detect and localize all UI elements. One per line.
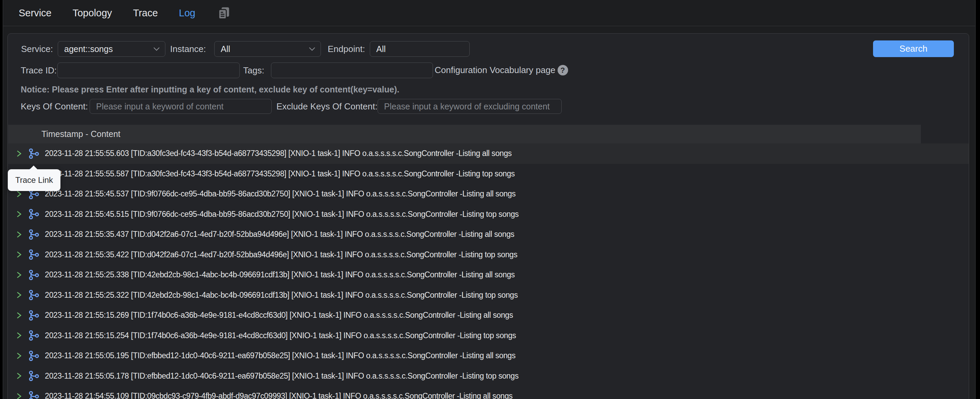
log-row-text: 2023-11-28 21:55:45.537 [TID:9f0766dc-ce… bbox=[45, 189, 515, 198]
help-icon[interactable]: ? bbox=[558, 65, 568, 75]
service-label: Service: bbox=[21, 41, 53, 57]
log-row-text: 2023-11-28 21:55:25.322 [TID:42ebd2cb-98… bbox=[45, 290, 518, 300]
trace-id-label: Trace ID: bbox=[21, 62, 57, 78]
expand-caret-icon[interactable] bbox=[16, 372, 23, 380]
trace-link-icon[interactable] bbox=[29, 269, 40, 281]
trace-link-tooltip: Trace Link bbox=[8, 169, 60, 191]
log-row[interactable]: 2023-11-28 21:55:25.338 [TID:42ebd2cb-98… bbox=[8, 265, 969, 285]
instance-select[interactable]: All bbox=[214, 41, 321, 57]
expand-caret-icon[interactable] bbox=[16, 291, 23, 299]
log-row-text: 2023-11-28 21:55:35.422 [TID:d042f2a6-07… bbox=[45, 250, 517, 259]
expand-caret-icon[interactable] bbox=[16, 352, 23, 359]
app-window: Service Topology Trace Log Service: agen… bbox=[3, 0, 975, 399]
chevron-down-icon bbox=[309, 47, 315, 51]
log-row-text: 2023-11-28 21:55:05.178 [TID:efbbed12-1d… bbox=[45, 372, 519, 381]
nav-tab-log[interactable]: Log bbox=[179, 8, 195, 19]
expand-caret-icon[interactable] bbox=[16, 150, 23, 157]
log-row[interactable]: 2023-11-28 21:54:55.109 [TID:09cbdc93-c9… bbox=[8, 386, 969, 399]
chevron-down-icon bbox=[153, 47, 160, 51]
copy-icon[interactable] bbox=[216, 5, 231, 21]
log-row-text: 2023-11-28 21:55:35.437 [TID:d042f2a6-07… bbox=[45, 230, 514, 239]
expand-caret-icon[interactable] bbox=[16, 332, 23, 339]
expand-caret-icon[interactable] bbox=[16, 271, 23, 279]
trace-link-icon[interactable] bbox=[29, 350, 40, 362]
log-row-text: 2023-11-28 21:55:25.338 [TID:42ebd2cb-98… bbox=[45, 270, 515, 279]
log-row[interactable]: 2023-11-28 21:55:45.537 [TID:9f0766dc-ce… bbox=[8, 184, 969, 204]
log-row-text: 2023-11-28 21:55:55.587 [TID:a30fc3ed-fc… bbox=[45, 169, 515, 179]
endpoint-label: Endpoint: bbox=[328, 41, 365, 57]
log-row[interactable]: 2023-11-28 21:55:15.254 [TID:1f74b0c6-a3… bbox=[8, 326, 969, 346]
log-row[interactable]: 2023-11-28 21:55:35.437 [TID:d042f2a6-07… bbox=[8, 224, 969, 245]
trace-link-icon[interactable] bbox=[29, 208, 40, 220]
trace-link-icon[interactable] bbox=[29, 370, 40, 381]
log-row-text: 2023-11-28 21:55:45.515 [TID:9f0766dc-ce… bbox=[45, 210, 519, 219]
trace-link-icon[interactable] bbox=[29, 148, 40, 160]
log-row[interactable]: 2023-11-28 21:55:25.322 [TID:42ebd2cb-98… bbox=[8, 285, 969, 306]
trace-link-icon[interactable] bbox=[29, 391, 40, 399]
search-button[interactable]: Search bbox=[873, 40, 954, 57]
expand-caret-icon[interactable] bbox=[16, 231, 23, 238]
instance-label: Instance: bbox=[170, 41, 206, 57]
log-row[interactable]: 2023-11-28 21:55:15.269 [TID:1f74b0c6-a3… bbox=[8, 305, 969, 326]
log-row-text: 2023-11-28 21:55:05.195 [TID:efbbed12-1d… bbox=[45, 351, 515, 360]
trace-link-icon[interactable] bbox=[29, 229, 40, 240]
log-table-header-label: Timestamp - Content bbox=[41, 129, 120, 139]
log-row-text: 2023-11-28 21:55:15.254 [TID:1f74b0c6-a3… bbox=[45, 331, 516, 340]
service-select-value: agent::songs bbox=[64, 44, 113, 54]
log-row[interactable]: 2023-11-28 21:55:05.195 [TID:efbbed12-1d… bbox=[8, 346, 969, 366]
nav-tab-service[interactable]: Service bbox=[19, 8, 52, 19]
vocabulary-page-link[interactable]: Configuration Vocabulary page ? bbox=[435, 62, 568, 78]
top-navbar: Service Topology Trace Log bbox=[3, 0, 975, 26]
log-row[interactable]: 2023-11-28 21:55:55.603 [TID:a30fc3ed-fc… bbox=[8, 144, 969, 164]
trace-link-icon[interactable] bbox=[29, 330, 40, 341]
tooltip-arrow-icon bbox=[30, 166, 38, 169]
expand-caret-icon[interactable] bbox=[16, 211, 23, 218]
expand-caret-icon[interactable] bbox=[16, 312, 23, 319]
log-table-header: Timestamp - Content bbox=[8, 125, 921, 144]
expand-caret-icon[interactable] bbox=[16, 251, 23, 258]
log-row[interactable]: 2023-11-28 21:55:55.587 [TID:a30fc3ed-fc… bbox=[8, 164, 969, 184]
trace-link-icon[interactable] bbox=[29, 289, 40, 301]
expand-caret-icon[interactable] bbox=[16, 190, 23, 198]
trace-id-input[interactable] bbox=[57, 62, 240, 78]
log-panel: Service: agent::songs Instance: All Endp… bbox=[8, 33, 969, 399]
tags-input[interactable] bbox=[271, 62, 433, 78]
log-row[interactable]: 2023-11-28 21:55:05.178 [TID:efbbed12-1d… bbox=[8, 366, 969, 386]
nav-tab-topology[interactable]: Topology bbox=[73, 8, 112, 19]
notice-text: Notice: Please press Enter after inputti… bbox=[21, 85, 399, 94]
trace-link-icon[interactable] bbox=[29, 249, 40, 260]
trace-link-icon[interactable] bbox=[29, 310, 40, 321]
keys-of-content-input[interactable] bbox=[90, 99, 272, 114]
log-row-text: 2023-11-28 21:54:55.109 [TID:09cbdc93-c9… bbox=[45, 391, 512, 399]
log-row[interactable]: 2023-11-28 21:55:45.515 [TID:9f0766dc-ce… bbox=[8, 204, 969, 225]
log-row[interactable]: 2023-11-28 21:55:35.422 [TID:d042f2a6-07… bbox=[8, 245, 969, 265]
endpoint-input[interactable] bbox=[370, 41, 469, 57]
log-table-body: 2023-11-28 21:55:55.603 [TID:a30fc3ed-fc… bbox=[8, 144, 969, 399]
expand-caret-icon[interactable] bbox=[16, 393, 23, 399]
exclude-keys-label: Exclude Keys Of Content: bbox=[277, 99, 378, 114]
log-row-text: 2023-11-28 21:55:15.269 [TID:1f74b0c6-a3… bbox=[45, 311, 513, 320]
service-select[interactable]: agent::songs bbox=[58, 41, 165, 57]
vocabulary-page-label: Configuration Vocabulary page bbox=[435, 65, 555, 75]
log-row-text: 2023-11-28 21:55:55.603 [TID:a30fc3ed-fc… bbox=[45, 149, 512, 158]
tags-label: Tags: bbox=[243, 62, 264, 78]
exclude-keys-input[interactable] bbox=[378, 99, 562, 114]
instance-select-value: All bbox=[221, 44, 230, 54]
keys-of-content-label: Keys Of Content: bbox=[21, 99, 88, 114]
tooltip-label: Trace Link bbox=[15, 176, 53, 185]
nav-tab-trace[interactable]: Trace bbox=[133, 8, 158, 19]
